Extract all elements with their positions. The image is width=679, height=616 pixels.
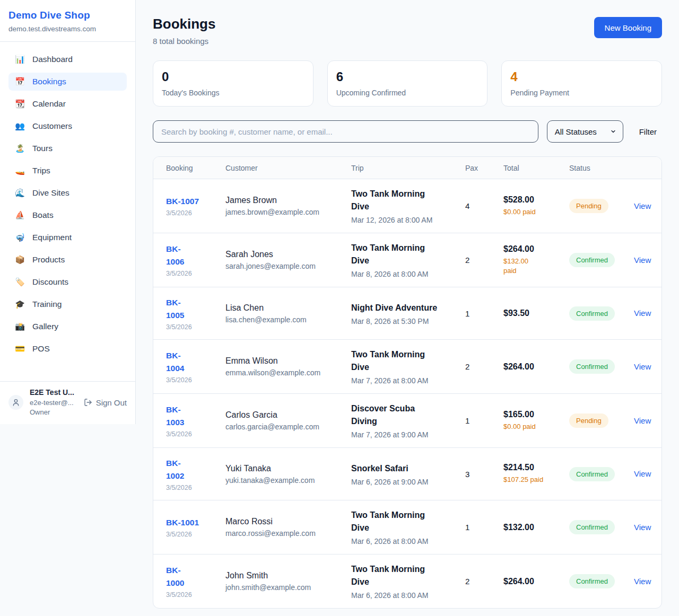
bookings-table: Booking Customer Trip Pax Total Status B… — [153, 156, 662, 609]
sidebar-item-dashboard[interactable]: 📊 Dashboard — [8, 50, 127, 68]
dashboard-icon: 📊 — [15, 55, 25, 64]
new-booking-button[interactable]: New Booking — [594, 17, 662, 38]
stats-cards: 0 Today's Bookings 6 Upcoming Confirmed … — [153, 60, 662, 107]
sidebar-item-label: Trips — [32, 166, 50, 175]
view-booking-link[interactable]: View — [634, 577, 651, 586]
sidebar-item-boats[interactable]: ⛵ Boats — [8, 206, 127, 224]
sidebar-item-training[interactable]: 🎓 Training — [8, 295, 127, 313]
customer-name: Marco Rossi — [225, 517, 351, 526]
sidebar-item-equipment[interactable]: 🤿 Equipment — [8, 228, 127, 247]
view-booking-link[interactable]: View — [634, 309, 651, 318]
sidebar-item-gallery[interactable]: 📸 Gallery — [8, 318, 127, 336]
view-booking-link[interactable]: View — [634, 362, 651, 371]
trip-datetime: Mar 6, 2026 at 9:00 AM — [351, 478, 459, 486]
sidebar-item-label: Boats — [32, 210, 54, 220]
sign-out-label: Sign Out — [96, 398, 127, 407]
sidebar-item-pos[interactable]: 💳 POS — [8, 340, 127, 358]
total-amount: $528.00 — [503, 195, 569, 205]
pax-count: 2 — [465, 256, 503, 265]
table-row: BK- 1002 3/5/2026 Yuki Tanaka yuki.tanak… — [153, 448, 661, 500]
booking-id-link[interactable]: BK-1007 — [166, 195, 199, 208]
stat-label: Today's Bookings — [162, 89, 304, 97]
table-row: BK- 1006 3/5/2026 Sarah Jones sarah.jone… — [153, 233, 661, 287]
booking-date: 3/5/2026 — [166, 270, 225, 277]
pax-count: 3 — [465, 470, 503, 479]
bookings-icon: 📅 — [15, 77, 25, 86]
customer-name: Lisa Chen — [225, 303, 351, 313]
sidebar-item-dive-sites[interactable]: 🌊 Dive Sites — [8, 184, 127, 202]
trip-name: Discover Scuba Diving — [351, 402, 459, 428]
stat-value: 4 — [510, 70, 653, 84]
booking-id-link[interactable]: BK- 1005 — [166, 296, 184, 322]
status-badge: Confirmed — [569, 359, 615, 374]
pax-count: 2 — [465, 362, 503, 371]
status-badge: Confirmed — [569, 520, 615, 534]
booking-id-link[interactable]: BK- 1003 — [166, 403, 184, 429]
trip-name: Two Tank Morning Dive — [351, 188, 459, 213]
user-email: e2e-tester@... — [30, 399, 74, 407]
customer-email: sarah.jones@example.com — [225, 262, 351, 270]
customer-name: Sarah Jones — [225, 250, 351, 259]
table-row: BK- 1004 3/5/2026 Emma Wilson emma.wilso… — [153, 340, 661, 394]
sidebar-item-label: Calendar — [32, 99, 66, 109]
status-filter-value: All Statuses — [555, 127, 597, 136]
boats-icon: ⛵ — [15, 210, 25, 220]
sidebar-item-products[interactable]: 📦 Products — [8, 251, 127, 269]
booking-date: 3/5/2026 — [166, 531, 225, 538]
tours-icon: 🏝️ — [15, 144, 25, 153]
sign-out-button[interactable]: Sign Out — [84, 398, 127, 407]
view-booking-link[interactable]: View — [634, 416, 651, 425]
sidebar-item-trips[interactable]: 🚤 Trips — [8, 162, 127, 180]
sidebar-item-customers[interactable]: 👥 Customers — [8, 117, 127, 135]
customer-name: Yuki Tanaka — [225, 464, 351, 473]
sidebar-item-label: Customers — [32, 121, 72, 131]
pos-icon: 💳 — [15, 344, 25, 354]
total-amount: $264.00 — [503, 244, 569, 254]
status-badge: Confirmed — [569, 574, 615, 588]
table-header-row: Booking Customer Trip Pax Total Status — [153, 157, 661, 179]
pax-count: 1 — [465, 523, 503, 532]
customer-email: james.brown@example.com — [225, 208, 351, 216]
user-name: E2E Test U... — [30, 388, 74, 398]
customer-email: marco.rossi@example.com — [225, 529, 351, 538]
booking-id-link[interactable]: BK- 1000 — [166, 564, 184, 589]
booking-id-link[interactable]: BK-1001 — [166, 516, 199, 529]
sidebar-header: Demo Dive Shop demo.test.divestreams.com — [0, 0, 135, 42]
column-header-customer: Customer — [225, 164, 351, 172]
sidebar-item-discounts[interactable]: 🏷️ Discounts — [8, 273, 127, 291]
sidebar-item-bookings[interactable]: 📅 Bookings — [8, 73, 127, 91]
booking-date: 3/5/2026 — [166, 484, 225, 491]
stat-value: 0 — [162, 70, 304, 84]
booking-id-link[interactable]: BK- 1002 — [166, 457, 184, 482]
stat-card: 0 Today's Bookings — [153, 60, 314, 107]
sign-out-icon — [84, 398, 92, 407]
trip-name: Two Tank Morning Dive — [351, 348, 459, 374]
view-booking-link[interactable]: View — [634, 201, 651, 210]
sidebar-item-calendar[interactable]: 📆 Calendar — [8, 95, 127, 113]
view-booking-link[interactable]: View — [634, 523, 651, 532]
trip-name: Two Tank Morning Dive — [351, 563, 459, 588]
pax-count: 1 — [465, 416, 503, 425]
table-row: BK- 1005 3/5/2026 Lisa Chen lisa.chen@ex… — [153, 287, 661, 340]
status-badge: Confirmed — [569, 253, 615, 267]
customer-email: lisa.chen@example.com — [225, 315, 351, 324]
booking-id-link[interactable]: BK- 1004 — [166, 349, 184, 375]
page-header: Bookings 8 total bookings New Booking — [153, 16, 662, 46]
sidebar-item-tours[interactable]: 🏝️ Tours — [8, 139, 127, 157]
table-row: BK-1007 3/5/2026 James Brown james.brown… — [153, 179, 661, 233]
trip-datetime: Mar 6, 2026 at 8:00 AM — [351, 591, 459, 600]
search-input[interactable] — [153, 120, 538, 143]
booking-id-link[interactable]: BK- 1006 — [166, 243, 184, 268]
trip-datetime: Mar 8, 2026 at 8:00 AM — [351, 270, 459, 278]
customer-email: yuki.tanaka@example.com — [225, 476, 351, 485]
trip-datetime: Mar 6, 2026 at 8:00 AM — [351, 537, 459, 545]
status-filter-select[interactable]: All Statuses — [547, 120, 623, 143]
customer-name: Emma Wilson — [225, 356, 351, 366]
view-booking-link[interactable]: View — [634, 256, 651, 265]
view-booking-link[interactable]: View — [634, 469, 651, 478]
column-header-total: Total — [503, 164, 569, 172]
filter-button[interactable]: Filter — [639, 127, 657, 136]
customer-email: john.smith@example.com — [225, 583, 351, 592]
customers-icon: 👥 — [15, 121, 25, 131]
stat-value: 6 — [336, 70, 479, 84]
